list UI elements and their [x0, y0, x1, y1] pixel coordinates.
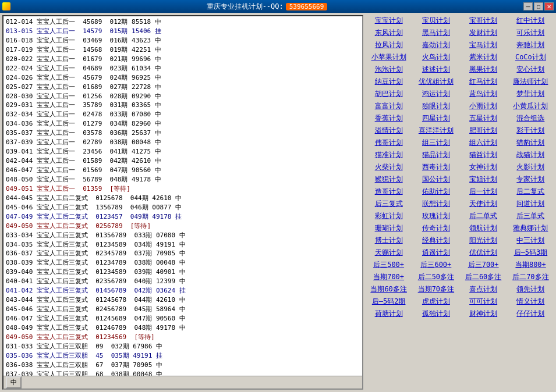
plan-link[interactable]: 专家计划: [508, 174, 554, 185]
plan-link[interactable]: 经典计划: [413, 235, 459, 246]
plan-link[interactable]: 黑果计划: [461, 64, 507, 75]
plan-link[interactable]: 独眼计划: [413, 101, 459, 112]
plan-link[interactable]: 国公计划: [413, 174, 459, 185]
plan-link[interactable]: 财神计划: [461, 308, 507, 319]
plan-link[interactable]: 猴猊计划: [366, 174, 412, 185]
plan-link[interactable]: 宝哥计划: [461, 15, 507, 26]
plan-link[interactable]: 博士计划: [366, 235, 412, 246]
plan-link[interactable]: 后三600+: [413, 259, 459, 270]
plan-link[interactable]: 当期70多注: [413, 284, 459, 295]
plan-link[interactable]: 造哥计划: [366, 186, 412, 197]
plan-link[interactable]: 后二50多注: [413, 272, 459, 283]
plan-link[interactable]: 安心计划: [508, 64, 554, 75]
plan-link[interactable]: 情义计划: [508, 296, 554, 307]
plan-link[interactable]: 小雨计划: [461, 101, 507, 112]
plan-link[interactable]: 纳豆计划: [366, 76, 412, 87]
plan-link[interactable]: 优优姐计划: [413, 76, 459, 87]
maximize-button[interactable]: □: [534, 2, 543, 10]
plan-link[interactable]: 火影计划: [508, 162, 554, 173]
plan-link[interactable]: 珊瑚计划: [366, 223, 412, 234]
plan-link[interactable]: 宝宝计划: [366, 15, 412, 26]
plan-link[interactable]: 后三500+: [366, 259, 412, 270]
plan-link[interactable]: 小苹果计划: [366, 52, 412, 63]
plan-link[interactable]: 彩虹计划: [366, 211, 412, 222]
plan-link[interactable]: 后二复式: [508, 186, 554, 197]
plan-link[interactable]: 肥哥计划: [461, 125, 507, 136]
plan-link[interactable]: 梦菲计划: [508, 88, 554, 99]
plan-link[interactable]: 天赐计划: [366, 247, 412, 258]
plan-link[interactable]: 联想计划: [413, 198, 459, 209]
plan-link[interactable]: 彩干计划: [508, 125, 554, 136]
plan-link[interactable]: 后—5码2期: [366, 296, 412, 307]
plan-link[interactable]: CoCo计划: [508, 52, 554, 63]
plan-link[interactable]: 泡泡计划: [366, 64, 412, 75]
plan-link[interactable]: 猫益计划: [461, 149, 507, 161]
plan-link[interactable]: 红马计划: [461, 76, 507, 87]
plan-link[interactable]: 富富计划: [366, 101, 412, 112]
plan-link[interactable]: 可可计划: [461, 296, 507, 307]
plan-link[interactable]: 中三计划: [508, 235, 554, 246]
plan-link[interactable]: 后—5码3期: [508, 247, 554, 258]
plan-link[interactable]: 组三计划: [413, 137, 459, 148]
plan-link[interactable]: 当期800+: [508, 259, 554, 270]
plan-link[interactable]: 逍遥计划: [413, 247, 459, 258]
plan-link[interactable]: 当期700+: [366, 272, 412, 283]
plan-link[interactable]: 优优计划: [461, 247, 507, 258]
plan-link[interactable]: 胡巴计划: [366, 88, 412, 99]
plan-link[interactable]: 五星计划: [461, 113, 507, 124]
plan-link[interactable]: 阳光计划: [461, 235, 507, 246]
status-button[interactable]: 中: [6, 376, 22, 389]
plan-link[interactable]: 鸿运计划: [413, 88, 459, 99]
minimize-button[interactable]: ─: [523, 2, 533, 10]
plan-link[interactable]: 蓝鸟计划: [461, 88, 507, 99]
plan-link[interactable]: 溢情计划: [366, 125, 412, 136]
plan-link[interactable]: 后三单式: [508, 211, 554, 222]
plan-link[interactable]: 可乐计划: [508, 27, 554, 38]
plan-link[interactable]: 女神计划: [461, 162, 507, 173]
plan-link[interactable]: 宝贝计划: [413, 15, 459, 26]
plan-link[interactable]: 后一计划: [461, 186, 507, 197]
plan-link[interactable]: 奔驰计划: [508, 40, 554, 51]
plan-link[interactable]: 廉法师计划: [508, 76, 554, 87]
plan-link[interactable]: 战猫计划: [508, 149, 554, 161]
plan-link[interactable]: 拉风计划: [366, 40, 412, 51]
plan-link[interactable]: 嘉劲计划: [413, 40, 459, 51]
plan-link[interactable]: 西毒计划: [413, 162, 459, 173]
plan-link[interactable]: 宝马计划: [461, 40, 507, 51]
plan-link[interactable]: 喜点计划: [461, 284, 507, 295]
plan-link[interactable]: 后二单式: [461, 211, 507, 222]
plan-link[interactable]: 虎虎计划: [413, 296, 459, 307]
plan-link[interactable]: 猫品计划: [413, 149, 459, 161]
plan-link[interactable]: 玫瑰计划: [413, 211, 459, 222]
plan-link[interactable]: 当期60多注: [366, 284, 412, 295]
plan-link[interactable]: 组六计划: [461, 137, 507, 148]
plan-link[interactable]: 火柴计划: [366, 162, 412, 173]
plan-link[interactable]: 问道计划: [508, 198, 554, 209]
plan-link[interactable]: 述述计划: [413, 64, 459, 75]
plan-link[interactable]: 混合组选: [508, 113, 554, 124]
plan-link[interactable]: 猫准计划: [366, 149, 412, 161]
plan-link[interactable]: 后二70多注: [508, 272, 554, 283]
plan-link[interactable]: 孤独计划: [413, 308, 459, 319]
plan-link[interactable]: 荷塘计划: [366, 308, 412, 319]
plan-link[interactable]: 传奇计划: [413, 223, 459, 234]
plan-link[interactable]: 喜洋洋计划: [413, 125, 459, 136]
plan-link[interactable]: 紫米计划: [461, 52, 507, 63]
plan-link[interactable]: 红中计划: [508, 15, 554, 26]
plan-link[interactable]: 黑马计划: [413, 27, 459, 38]
plan-link[interactable]: 火鸟计划: [413, 52, 459, 63]
plan-link[interactable]: 领先计划: [508, 284, 554, 295]
plan-link[interactable]: 四星计划: [413, 113, 459, 124]
plan-link[interactable]: 小黄瓜计划: [508, 101, 554, 112]
plan-link[interactable]: 后三700+: [461, 259, 507, 270]
plan-link[interactable]: 猎豹计划: [508, 137, 554, 148]
plan-link[interactable]: 东风计划: [366, 27, 412, 38]
close-button[interactable]: ✕: [544, 2, 554, 10]
plan-link[interactable]: 佑助计划: [413, 186, 459, 197]
plan-content[interactable]: 012-014 宝宝人工后一 45689 012期 85518 中013-015…: [3, 16, 362, 376]
plan-link[interactable]: 雅典娜计划: [508, 223, 554, 234]
plan-link[interactable]: 香蕉计划: [366, 113, 412, 124]
plan-link[interactable]: 领航计划: [461, 223, 507, 234]
plan-link[interactable]: 发财计划: [461, 27, 507, 38]
plan-link[interactable]: 后二60多注: [461, 272, 507, 283]
